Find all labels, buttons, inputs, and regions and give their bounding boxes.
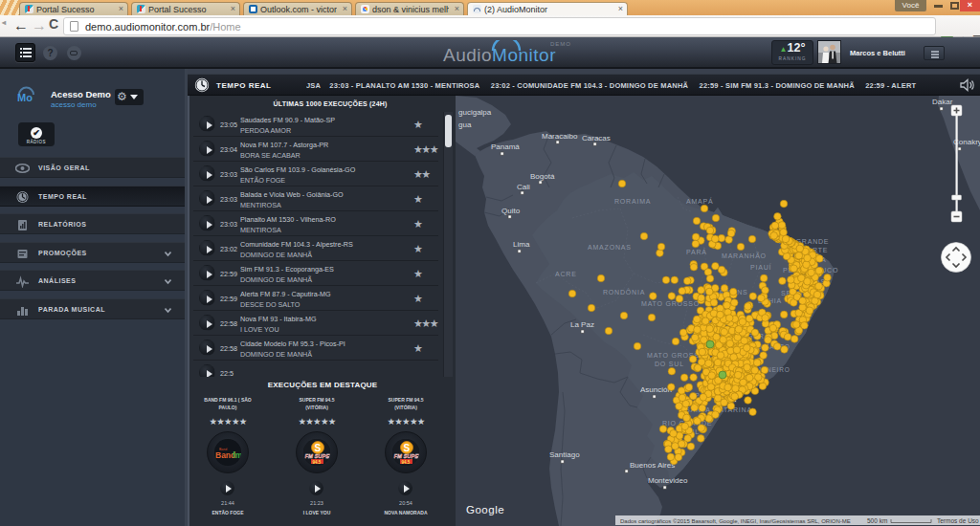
svg-text:Termos de Uso: Termos de Uso xyxy=(937,517,979,524)
svg-text:Panamá: Panamá xyxy=(491,142,520,151)
svg-text:ACRE: ACRE xyxy=(555,271,577,277)
svg-text:94.5: 94.5 xyxy=(402,460,411,465)
svg-text:94.5: 94.5 xyxy=(313,460,322,465)
svg-text:Maracaibo: Maracaibo xyxy=(542,132,578,141)
svg-text:Lima: Lima xyxy=(513,240,530,249)
svg-text:PARÁ: PARÁ xyxy=(686,248,707,255)
svg-text:FM SUPER: FM SUPER xyxy=(305,453,331,459)
svg-text:RORAIMA: RORAIMA xyxy=(614,198,651,205)
svg-text:Cali: Cali xyxy=(517,183,530,191)
svg-text:MATO GROSSO: MATO GROSSO xyxy=(641,300,700,307)
svg-text:Asunción: Asunción xyxy=(640,385,672,394)
svg-text:S: S xyxy=(404,443,411,453)
svg-text:gua: gua xyxy=(458,121,472,129)
svg-text:500 km: 500 km xyxy=(867,517,887,524)
svg-text:RONDÔNIA: RONDÔNIA xyxy=(603,288,645,296)
svg-text:PIAUÍ: PIAUÍ xyxy=(750,263,771,271)
svg-text:Mo: Mo xyxy=(17,92,33,103)
svg-text:S: S xyxy=(315,443,322,453)
svg-text:DO SUL: DO SUL xyxy=(655,361,684,367)
svg-text:FM SUPER: FM SUPER xyxy=(394,453,420,459)
svg-text:Quito: Quito xyxy=(501,207,521,215)
svg-text:Montevideo: Montevideo xyxy=(648,476,688,485)
svg-text:Dakar: Dakar xyxy=(932,98,953,106)
svg-text:Dados cartográficos ©2015 Basa: Dados cartográficos ©2015 Basarsoft, Goo… xyxy=(620,518,851,524)
svg-text:fm: fm xyxy=(233,450,241,460)
svg-text:AMAPÁ: AMAPÁ xyxy=(686,197,714,205)
svg-text:Caracas: Caracas xyxy=(582,134,611,142)
svg-text:Google: Google xyxy=(466,504,504,515)
svg-text:La Paz: La Paz xyxy=(570,320,594,329)
svg-text:Santiago: Santiago xyxy=(549,450,580,459)
svg-text:gucigalpa: gucigalpa xyxy=(458,108,492,117)
svg-text:MARANHÃO: MARANHÃO xyxy=(722,252,767,259)
svg-text:AMAZONAS: AMAZONAS xyxy=(588,244,632,251)
svg-text:Buenos Aires: Buenos Aires xyxy=(630,461,675,470)
svg-text:Bogotá: Bogotá xyxy=(530,172,555,181)
